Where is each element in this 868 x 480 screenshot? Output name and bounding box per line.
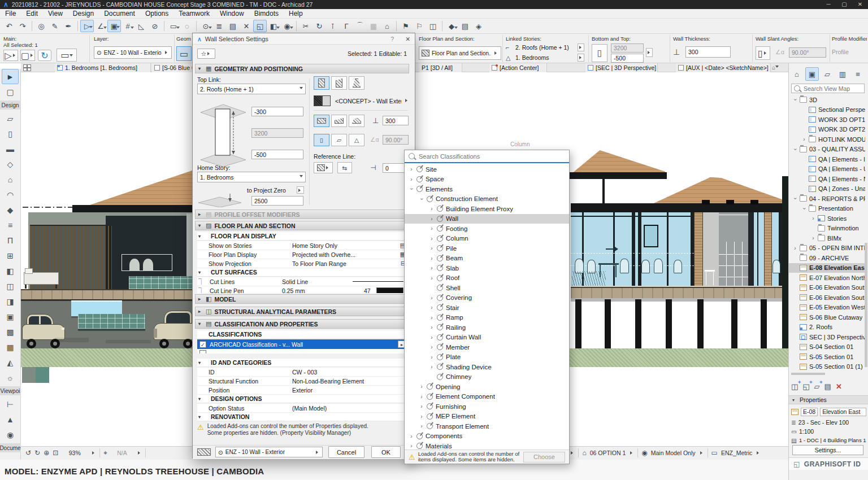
bottom-top-menu-button[interactable]: [646, 48, 653, 57]
tool-slab[interactable]: ◇: [2, 156, 19, 172]
classification-item[interactable]: › Pile: [405, 243, 569, 254]
eraser-icon[interactable]: ◺: [134, 20, 148, 32]
view-map-item[interactable]: WORK 3D OPT2: [789, 125, 865, 135]
library-icon[interactable]: ◈: [472, 20, 485, 32]
linked-home-story[interactable]: 1. Bedrooms: [515, 54, 576, 61]
classification-item[interactable]: › MEP Element: [405, 412, 569, 422]
ok-button[interactable]: OK: [371, 446, 401, 458]
property-row[interactable]: ID CW - 003: [197, 368, 408, 377]
properties-header[interactable]: ▾Properties: [789, 395, 868, 404]
view-map-item[interactable]: QA | Zones - Unallo: [789, 184, 865, 194]
shape-polygon-button[interactable]: [349, 115, 364, 127]
menu-item[interactable]: Edit: [21, 10, 43, 18]
solid-operations-icon[interactable]: ◆: [445, 20, 458, 32]
classification-item[interactable]: › Opening: [405, 382, 569, 392]
trace-reference-icon[interactable]: ◌: [180, 20, 194, 32]
menu-item[interactable]: Bimdots: [249, 10, 284, 18]
view-name-field[interactable]: Elevation East: [820, 408, 866, 416]
separator[interactable]: [294, 20, 299, 32]
document-icon[interactable]: ▤: [458, 20, 472, 32]
subsection-floor-plan-display[interactable]: ▾FLOOR PLAN DISPLAY: [197, 232, 408, 241]
view-map-item[interactable]: 09 - ARCHIVE: [789, 253, 865, 263]
classification-item[interactable]: › Column: [405, 234, 569, 244]
menu-item[interactable]: View: [43, 10, 68, 18]
classification-item[interactable]: › Furnishing: [405, 402, 569, 412]
top-link-select[interactable]: 2. Roofs (Home + 1): [197, 84, 306, 94]
tool-skylight[interactable]: ◨: [2, 294, 19, 309]
tool-wall[interactable]: ▱: [2, 111, 19, 126]
view-map-item[interactable]: › 3D: [789, 95, 865, 105]
classification-item[interactable]: › Element Component: [405, 392, 569, 402]
pickup-parameters-icon[interactable]: ✎: [48, 20, 62, 32]
marquee-selection-button[interactable]: ▢: [20, 50, 35, 61]
property-row[interactable]: Option Status (Main Model): [197, 404, 408, 413]
composite-name[interactable]: <CONCEPT> - Wall External: [335, 98, 402, 104]
section-structural[interactable]: ▸◫STRUCTURAL ANALYTICAL PARAMETERS: [195, 307, 409, 316]
zoom-level[interactable]: 93%: [62, 450, 88, 456]
reference-line-side-button[interactable]: [314, 162, 333, 173]
view-map-search[interactable]: [791, 84, 865, 93]
subsection-renovation[interactable]: ▾RENOVATION: [197, 413, 408, 421]
elevation-reference-button[interactable]: [297, 186, 304, 194]
delete-view-icon[interactable]: ✕: [836, 382, 842, 391]
view-map-icon[interactable]: ▣: [805, 67, 819, 81]
view-tab[interactable]: [SEC | 3D Perspective]: [585, 63, 658, 72]
view-tab[interactable]: [Action Center]: [489, 63, 547, 72]
tool-elevation[interactable]: ▲: [2, 412, 19, 427]
tool-beam[interactable]: ▬: [2, 141, 19, 156]
menu-item[interactable]: Options: [140, 10, 173, 18]
home-story-icon[interactable]: ⌂: [380, 20, 394, 32]
classification-checkbox[interactable]: ✓: [199, 341, 206, 348]
view-map-item[interactable]: S-06 Blue Cutaway: [789, 312, 865, 322]
tool-object[interactable]: ◭: [2, 355, 19, 370]
wall-height-field[interactable]: 3200: [251, 128, 303, 138]
geometry-method-button[interactable]: ▭: [176, 46, 192, 61]
view-id-field[interactable]: E-08: [801, 408, 818, 416]
view-tab[interactable]: [AUX | <Date> <SketchName>]: [676, 63, 771, 72]
classification-item[interactable]: › Shading Device: [405, 362, 569, 372]
separator[interactable]: [75, 20, 80, 32]
close-button[interactable]: ✕: [852, 0, 868, 9]
view-tab[interactable]: 1. Bedrooms [1. Bedrooms]: [55, 63, 151, 72]
redo-icon[interactable]: ↷: [16, 20, 29, 32]
view-map-item[interactable]: 2. Roofs: [789, 322, 865, 333]
teamwork-icon[interactable]: ⊙: [199, 20, 212, 32]
vertical-scrollbar[interactable]: [865, 243, 867, 367]
profile-straight-button[interactable]: ▯: [314, 134, 329, 146]
subsection-design-options[interactable]: ▾DESIGN OPTIONS: [197, 395, 408, 403]
renovation-filter-selector[interactable]: Main Model Only: [651, 450, 696, 456]
fillet-icon[interactable]: ⌒: [353, 20, 367, 32]
dialog-title-bar[interactable]: ∧ Wall Selection Settings ? ✕: [193, 33, 415, 45]
suspend-groups-icon[interactable]: ⊘: [148, 20, 162, 32]
cancel-button[interactable]: Cancel: [328, 446, 364, 458]
home-story-select[interactable]: 1. Bedrooms: [197, 172, 306, 182]
view-map-item[interactable]: › 04 - REPORTS & PRES: [789, 194, 865, 204]
trim-icon[interactable]: ✂: [299, 20, 313, 32]
property-row[interactable]: ⏋ Cut Line Pen 0.25 mm 47: [197, 286, 408, 293]
3d-style-icon[interactable]: ◧: [267, 20, 280, 32]
classification-item[interactable]: Shell: [405, 283, 569, 293]
top-story-menu-button[interactable]: [578, 43, 584, 51]
classification-item[interactable]: › Curtain Wall: [405, 333, 569, 343]
separator[interactable]: [162, 20, 167, 32]
view-map-item[interactable]: QA | Elements - Inco: [789, 154, 865, 164]
profile-slanted-button[interactable]: ▱: [331, 134, 347, 146]
orientation-icon[interactable]: ◉: [280, 20, 294, 32]
menu-item[interactable]: Teamwork: [173, 10, 215, 18]
classification-item[interactable]: › Roof: [405, 273, 569, 283]
profile-double-slanted-button[interactable]: △: [349, 134, 364, 146]
toolbox-group-document[interactable]: Docume: [0, 443, 21, 452]
clone-folder-icon[interactable]: ◱+: [802, 382, 809, 391]
schedule-icon[interactable]: ▤: [226, 20, 240, 32]
subsection-cut-surfaces[interactable]: ▾CUT SURFACES: [197, 268, 408, 277]
view-map-item[interactable]: › BIMx: [789, 233, 865, 243]
classification-item[interactable]: › Space: [405, 174, 569, 185]
tool-window[interactable]: ◫: [2, 278, 19, 294]
inject-parameters-icon[interactable]: ✒: [62, 20, 75, 32]
subsection-id-categories[interactable]: ▾ID AND CATEGORIES: [197, 359, 408, 367]
tool-morph[interactable]: ◆: [2, 202, 19, 217]
horizontal-scrollbar[interactable]: [791, 373, 825, 375]
classification-item[interactable]: › Footing: [405, 224, 569, 234]
view-map-item[interactable]: S-05 Section 01: [789, 352, 865, 362]
tool-opening[interactable]: ▣: [2, 309, 19, 324]
